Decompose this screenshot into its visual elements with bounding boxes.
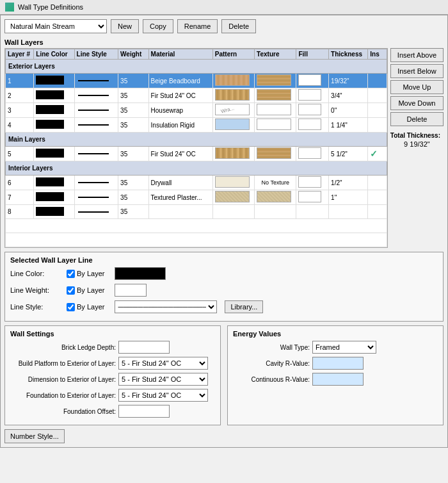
cell-thickness: 1/2" [329, 176, 368, 190]
cell-weight: 35 [118, 205, 148, 219]
cell-line-color [34, 118, 74, 133]
cell-thickness: 1 1/4" [329, 118, 368, 133]
cell-line-style [74, 147, 118, 161]
cell-ins [368, 74, 387, 88]
line-color-swatch[interactable] [115, 267, 166, 280]
move-down-button[interactable]: Move Down [390, 96, 444, 110]
energy-values-title: Energy Values [233, 330, 438, 338]
cell-weight: 35 [118, 103, 148, 118]
move-up-button[interactable]: Move Up [390, 80, 444, 94]
line-weight-bylayer-label: By Layer [77, 286, 104, 294]
brick-ledge-label: Brick Ledge Depth: [10, 344, 116, 351]
continuous-r-row: Continuous R-Value: 30.0 [233, 373, 438, 386]
line-color-checkbox[interactable] [67, 270, 75, 278]
copy-button[interactable]: Copy [143, 19, 173, 33]
table-row[interactable]: 7 35 Textured Plaster... 1" [6, 190, 387, 205]
cell-material: Textured Plaster... [148, 190, 212, 205]
table-row[interactable]: 5 35 Fir Stud 24" OC 5 1/2" ✓ [6, 147, 387, 161]
cell-layer-num: 8 [6, 205, 34, 219]
col-material: Material [148, 49, 212, 60]
table-header-row: Layer # Line Color Line Style Weight Mat… [6, 49, 387, 60]
top-bar: Natural Main Stream New Copy Rename Dele… [4, 19, 444, 33]
cell-material: Beige Beadboard [148, 74, 212, 88]
exterior-label: Exterior Layers [6, 60, 387, 74]
wall-type-dropdown-energy[interactable]: Framed [312, 341, 376, 354]
line-weight-input[interactable]: 35 [115, 284, 147, 297]
title-bar: Wall Type Definitions [0, 0, 448, 15]
delete-top-button[interactable]: Delete [221, 19, 256, 33]
cell-thickness: 1" [329, 190, 368, 205]
wall-settings-title: Wall Settings [10, 330, 215, 338]
cell-line-style [74, 176, 118, 190]
dimension-exterior-row: Dimension to Exterior of Layer: 5 - Fir … [10, 373, 215, 386]
dimension-exterior-dropdown[interactable]: 5 - Fir Stud 24" OC [118, 373, 208, 386]
cell-pattern [212, 88, 254, 103]
cell-texture [255, 103, 296, 118]
line-weight-checkbox[interactable] [67, 286, 75, 295]
delete-layer-button[interactable]: Delete [390, 112, 444, 126]
foundation-offset-label: Foundation Offset: [10, 408, 116, 415]
cavity-r-label: Cavity R-Value: [233, 360, 310, 367]
table-row[interactable]: 6 35 Drywall No Texture 1/2" [6, 176, 387, 190]
wall-type-dropdown[interactable]: Natural Main Stream [4, 19, 107, 33]
cell-texture [255, 118, 296, 133]
cell-texture: No Texture [255, 176, 296, 190]
table-row[interactable]: 2 35 Fir Stud 24" OC 3/4" [6, 88, 387, 103]
dimension-exterior-label: Dimension to Exterior of Layer: [10, 376, 116, 383]
line-color-bylayer[interactable]: By Layer [67, 270, 104, 278]
number-style-button[interactable]: Number Style... [4, 429, 65, 443]
col-thickness: Thickness [329, 49, 368, 60]
cell-fill [296, 205, 329, 219]
cell-line-style [74, 118, 118, 133]
line-weight-bylayer[interactable]: By Layer [67, 286, 104, 295]
table-row[interactable]: 4 35 Insulation Rigid 1 1/4" [6, 118, 387, 133]
new-button[interactable]: New [111, 19, 139, 33]
foundation-exterior-dropdown[interactable]: 5 - Fir Stud 24" OC [118, 389, 208, 402]
rename-button[interactable]: Rename [177, 19, 218, 33]
line-style-bylayer[interactable]: By Layer [67, 303, 104, 311]
cell-weight: 35 [118, 118, 148, 133]
insert-below-button[interactable]: Insert Below [390, 64, 444, 78]
build-platform-dropdown[interactable]: 5 - Fir Stud 24" OC [118, 357, 208, 370]
line-style-dropdown[interactable]: ────────────────────────── [115, 300, 217, 313]
cell-weight: 35 [118, 88, 148, 103]
cell-ins [368, 205, 387, 219]
cell-material: Drywall [148, 176, 212, 190]
cell-fill [296, 103, 329, 118]
continuous-r-input[interactable]: 30.0 [312, 373, 364, 386]
table-row[interactable]: 1 35 Beige Beadboard 19/32" [6, 74, 387, 88]
cavity-r-input[interactable]: 23 [312, 357, 364, 370]
foundation-exterior-row: Foundation to Exterior of Layer: 5 - Fir… [10, 389, 215, 402]
build-platform-label: Build Platform to Exterior of Layer: [10, 360, 116, 367]
table-row[interactable]: 8 35 [6, 205, 387, 219]
cell-layer-num: 2 [6, 88, 34, 103]
line-style-checkbox[interactable] [67, 303, 75, 311]
cell-ins: ✓ [368, 147, 387, 161]
library-button[interactable]: Library... [225, 300, 263, 313]
cell-line-style [74, 190, 118, 205]
cell-pattern [212, 147, 254, 161]
col-pattern: Pattern [212, 49, 254, 60]
interior-layers-header: Interior Layers [6, 161, 387, 176]
cell-line-color [34, 103, 74, 118]
wall-type-label: Wall Type: [233, 344, 310, 351]
col-texture: Texture [255, 49, 296, 60]
cell-fill [296, 88, 329, 103]
cell-texture [255, 147, 296, 161]
foundation-exterior-label: Foundation to Exterior of Layer: [10, 392, 116, 399]
foundation-offset-input[interactable]: 0" [118, 405, 170, 418]
table-row[interactable]: 3 35 Housewrap Wra... 0" [6, 103, 387, 118]
brick-ledge-input[interactable]: 0" [118, 341, 170, 354]
cavity-r-row: Cavity R-Value: 23 [233, 357, 438, 370]
cell-layer-num: 5 [6, 147, 34, 161]
build-platform-row: Build Platform to Exterior of Layer: 5 -… [10, 357, 215, 370]
cell-thickness: 5 1/2" [329, 147, 368, 161]
cell-line-color [34, 176, 74, 190]
cell-pattern [212, 118, 254, 133]
cell-texture [255, 88, 296, 103]
cell-thickness: 0" [329, 103, 368, 118]
cell-line-style [74, 205, 118, 219]
insert-above-button[interactable]: Insert Above [390, 48, 444, 62]
interior-label: Interior Layers [6, 161, 387, 176]
right-panel: Insert Above Insert Below Move Up Move D… [390, 48, 444, 248]
